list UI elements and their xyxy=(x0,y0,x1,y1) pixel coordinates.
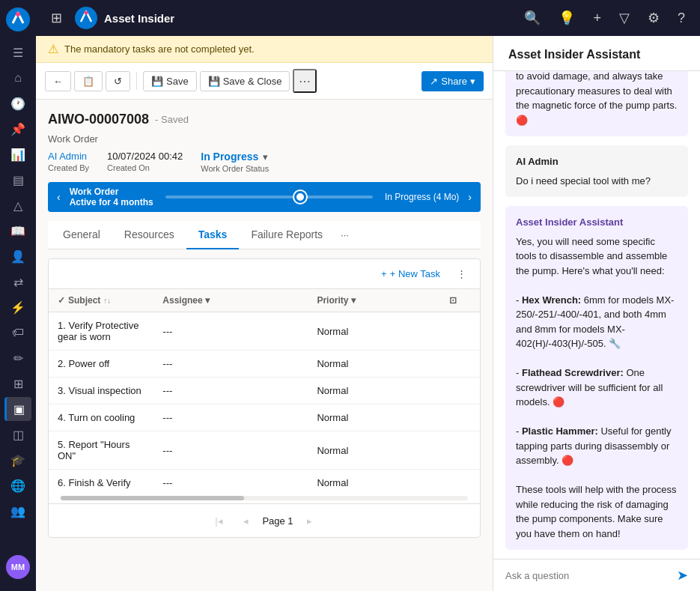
tab-tasks[interactable]: Tasks xyxy=(186,221,240,249)
wo-type: Work Order xyxy=(48,133,481,145)
tab-general[interactable]: General xyxy=(51,221,112,249)
back-button[interactable]: ← xyxy=(45,71,71,91)
pagination-next-icon[interactable]: ▸ xyxy=(299,510,320,531)
timeline-prev-icon[interactable]: ‹ xyxy=(54,190,64,204)
col-check-header[interactable]: ✓ Subject ↑↓ xyxy=(49,289,153,312)
wo-tabs: General Resources Tasks Failure Reports … xyxy=(48,221,481,249)
add-icon[interactable]: + xyxy=(587,7,607,29)
priority-header[interactable]: Priority ▾ xyxy=(308,289,440,312)
new-task-icon: + xyxy=(381,268,387,279)
tasks-header: + + New Task ⋮ xyxy=(49,259,480,289)
sidebar-item-pin[interactable]: 📌 xyxy=(4,117,31,141)
svg-point-1 xyxy=(16,12,20,16)
note-button[interactable]: 📋 xyxy=(74,71,103,91)
sidebar-item-menu[interactable]: ☰ xyxy=(4,40,31,64)
timeline-dot xyxy=(294,191,306,203)
task-priority-cell: Normal xyxy=(308,470,440,497)
svg-point-2 xyxy=(75,7,97,29)
check-icon: ✓ xyxy=(58,295,65,306)
grid-icon[interactable]: ⊞ xyxy=(45,7,68,29)
sidebar-item-layers2[interactable]: ◫ xyxy=(4,422,31,446)
timeline-bar xyxy=(165,196,373,198)
wo-status-chevron-icon[interactable]: ▾ xyxy=(263,151,268,163)
sidebar-item-alerts[interactable]: △ xyxy=(4,193,31,217)
back-icon: ← xyxy=(53,76,63,87)
table-row: 6. Finish & Verify --- Normal xyxy=(49,470,480,497)
filter-icon[interactable]: ▽ xyxy=(613,7,636,29)
task-expand-cell xyxy=(440,404,480,431)
table-row: 4. Turn on cooling --- Normal xyxy=(49,404,480,431)
task-subject-cell: 1. Verify Protective gear is worn xyxy=(49,312,153,351)
tab-failure-reports[interactable]: Failure Reports xyxy=(239,221,335,249)
save-close-button[interactable]: 💾 Save & Close xyxy=(200,71,290,91)
new-task-button[interactable]: + + New Task xyxy=(375,265,446,282)
new-task-label: + New Task xyxy=(390,268,440,279)
wo-id: AIWO-00007008 xyxy=(48,112,149,127)
refresh-button[interactable]: ↺ xyxy=(106,71,130,91)
assignee-sort-icon: ▾ xyxy=(205,295,210,306)
sidebar-item-lightning[interactable]: ⚡ xyxy=(4,295,31,319)
ai-message-author: AI Admin xyxy=(516,154,678,169)
table-row: 3. Visual inspection --- Normal xyxy=(49,378,480,404)
wo-status-label: Work Order Status xyxy=(201,164,269,173)
more-button[interactable]: ⋯ xyxy=(293,69,317,93)
table-row: 5. Report "Hours ON" --- Normal xyxy=(49,431,480,470)
wo-created-on-value: 10/07/2024 00:42 xyxy=(107,151,183,162)
search-icon[interactable]: 🔍 xyxy=(518,7,547,29)
sidebar-item-home[interactable]: ⌂ xyxy=(4,66,31,90)
ai-input[interactable] xyxy=(505,570,671,581)
wo-created-by-label: Created By xyxy=(48,163,89,172)
sort-arrows-icon[interactable]: ↑↓ xyxy=(103,297,111,305)
assignee-header[interactable]: Assignee ▾ xyxy=(153,289,308,312)
warning-banner: ⚠ The mandatory tasks are not completed … xyxy=(36,36,493,63)
sidebar-item-tag[interactable]: 🏷 xyxy=(4,321,31,345)
sidebar-item-people[interactable]: 👥 xyxy=(4,499,31,523)
sidebar-item-docs[interactable]: 📖 xyxy=(4,219,31,243)
tab-resources[interactable]: Resources xyxy=(112,221,186,249)
pagination-prev-icon[interactable]: ◂ xyxy=(235,510,256,531)
timeline-progress-text: In Progress (4 Mo) xyxy=(385,192,459,202)
wo-created-on-label: Created On xyxy=(107,163,183,172)
wo-created-by-value[interactable]: AI Admin xyxy=(48,151,89,162)
wo-header: AIWO-00007008 - Saved Work Order AI Admi… xyxy=(48,112,481,173)
timeline-next-icon[interactable]: › xyxy=(465,190,475,204)
toolbar-separator xyxy=(136,72,137,90)
pagination-first-icon[interactable]: |◂ xyxy=(208,510,229,531)
tasks-menu-icon[interactable]: ⋮ xyxy=(452,265,471,282)
sidebar-item-charts[interactable]: 📊 xyxy=(4,142,31,166)
sidebar-item-active[interactable]: ▣ xyxy=(4,397,31,421)
subject-header[interactable]: Subject xyxy=(68,295,100,306)
save-close-icon: 💾 xyxy=(208,76,220,87)
sidebar-item-edit[interactable]: ✏ xyxy=(4,346,31,370)
task-assignee-cell: --- xyxy=(153,312,308,351)
wo-meta-row: AI Admin Created By 10/07/2024 00:42 Cre… xyxy=(48,151,481,173)
task-assignee-cell: --- xyxy=(153,470,308,497)
task-priority-cell: Normal xyxy=(308,312,440,351)
share-chevron-icon: ▾ xyxy=(470,76,475,87)
share-button[interactable]: ↗ Share ▾ xyxy=(421,71,484,91)
work-order-panel: ⚠ The mandatory tasks are not completed … xyxy=(36,36,493,591)
lightbulb-icon[interactable]: 💡 xyxy=(553,7,581,29)
task-assignee-cell: --- xyxy=(153,378,308,404)
sidebar-item-user[interactable]: 👤 xyxy=(4,244,31,268)
main-area: ⊞ Asset Insider 🔍 💡 + ▽ ⚙ ? ⚠ The mandat… xyxy=(36,0,700,591)
tab-more[interactable]: ··· xyxy=(335,221,355,249)
sidebar-item-graduation[interactable]: 🎓 xyxy=(4,448,31,472)
ai-send-button[interactable]: ➤ xyxy=(677,567,688,584)
wo-saved-badge: - Saved xyxy=(155,114,189,125)
task-expand-cell xyxy=(440,470,480,497)
user-avatar[interactable]: MM xyxy=(6,555,30,579)
sidebar-item-globe[interactable]: 🌐 xyxy=(4,473,31,497)
settings-icon[interactable]: ⚙ xyxy=(642,7,666,29)
sidebar-item-grid2[interactable]: ⊞ xyxy=(4,372,31,395)
sidebar-item-recent[interactable]: 🕐 xyxy=(4,91,31,115)
save-button[interactable]: 💾 Save xyxy=(143,71,197,91)
help-icon[interactable]: ? xyxy=(672,7,691,29)
sidebar-item-layers[interactable]: ▤ xyxy=(4,168,31,192)
sidebar-item-shuffle[interactable]: ⇄ xyxy=(4,270,31,294)
app-logo: Asset Insider xyxy=(74,6,174,30)
tasks-table: ✓ Subject ↑↓ Assignee ▾ xyxy=(49,289,480,496)
task-priority-cell: Normal xyxy=(308,404,440,431)
table-row: 2. Power off --- Normal xyxy=(49,351,480,378)
app-title: Asset Insider xyxy=(104,12,174,25)
